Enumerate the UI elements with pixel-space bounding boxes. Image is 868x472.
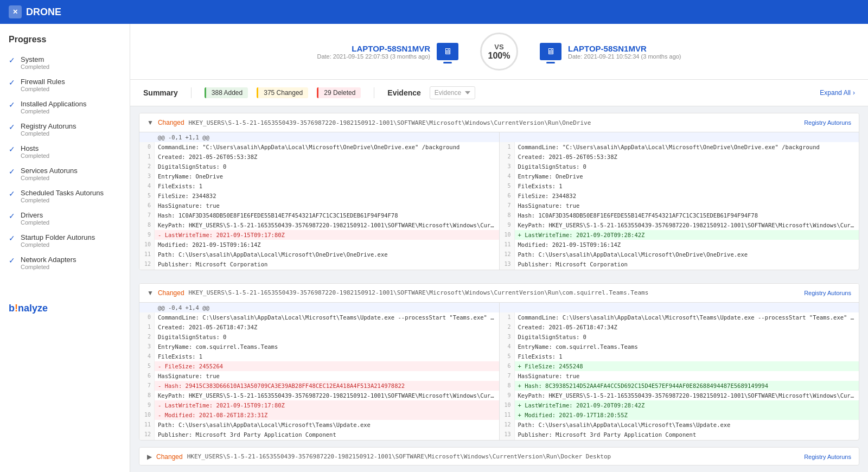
sidebar-item-name-1: Firewall Rules	[21, 78, 65, 86]
diff-line: 5 FileSize: 2344832	[139, 191, 499, 201]
diff-line: 8 + Hash: 8C39385214D52AA4FA4CC5D692C15D…	[500, 381, 859, 391]
line-num: 8	[139, 391, 155, 400]
line-content: HasSignature: true	[515, 371, 859, 381]
diff2-toggle[interactable]: ▼	[147, 289, 154, 297]
sidebar-items: ✓ System Completed ✓ Firewall Rules Comp…	[9, 55, 121, 270]
diff-line: 1 CommandLine: C:\Users\asalih\AppData\L…	[500, 312, 859, 322]
diff-line: 13 Publisher: Microsoft Corporation	[500, 259, 859, 269]
sidebar-item-installed-applications[interactable]: ✓ Installed Applications Completed	[9, 100, 121, 114]
line-content: - Modified: 2021-08-26T18:23:31Z	[155, 410, 499, 420]
diff-line: 1 CommandLine: "C:\Users\asalih\AppData\…	[500, 142, 859, 152]
sidebar-item-hosts[interactable]: ✓ Hosts Completed	[9, 144, 121, 159]
sidebar-item-text-0: System Completed	[21, 55, 49, 70]
sidebar-item-startup-folder-autoruns[interactable]: ✓ Startup Folder Autoruns Completed	[9, 233, 121, 248]
sidebar-item-text-4: Hosts Completed	[21, 144, 49, 159]
diff-line: 3 DigitalSignStatus: 0	[500, 162, 859, 171]
line-content: + FileSize: 2455248	[515, 361, 859, 371]
diff-line: 7 HasSignature: true	[500, 201, 859, 211]
line-num: 14	[500, 439, 515, 441]
sidebar-item-name-5: Services Autoruns	[21, 167, 78, 175]
sidebar-item-text-3: Registry Autoruns Completed	[21, 122, 76, 137]
diff-line: 6 HasSignature: true	[139, 201, 499, 211]
sidebar-item-text-9: Network Adapters Completed	[21, 256, 76, 270]
line-num: 12	[500, 250, 515, 259]
line-num: 11	[139, 250, 155, 259]
diff-line: @@ -0,1 +1,1 @@	[139, 132, 499, 142]
line-num: 6	[500, 361, 515, 371]
line-num: 11	[139, 420, 155, 430]
line-content: + LastWriteTime: 2021-09-20T09:28:42Z	[515, 230, 859, 240]
line-num: 13	[500, 430, 515, 439]
sidebar-item-status-8: Completed	[21, 241, 95, 248]
diff-line: 9 - LastWriteTime: 2021-09-15T09:17:80Z	[139, 230, 499, 240]
expand-all-button[interactable]: Expand All ›	[820, 89, 855, 97]
diff-line: 9 KeyPath: HKEY_USERS\S-1-5-21-165355043…	[500, 391, 859, 400]
diff-line: 12 Path: C:\Users\asalih\AppData\Local\M…	[500, 250, 859, 259]
sidebar-item-services-autoruns[interactable]: ✓ Services Autoruns Completed	[9, 167, 121, 181]
diff-line: 4 FileExists: 1	[139, 352, 499, 361]
diff1-toggle[interactable]: ▼	[147, 119, 154, 126]
diff-line: 10 + LastWriteTime: 2021-09-20T09:28:42Z	[500, 230, 859, 240]
line-content: FileExists: 1	[515, 181, 859, 191]
diff-line: 14 SignatureVerified: true	[500, 439, 859, 441]
line-content: + Hash: 8C39385214D52AA4FA4CC5D692C15D4E…	[515, 381, 859, 391]
diff3-toggle[interactable]: ▶	[147, 453, 152, 461]
line-num: 5	[139, 191, 155, 201]
sidebar-item-system[interactable]: ✓ System Completed	[9, 55, 121, 70]
summary-bar: Summary 388 Added 375 Changed 29 Deleted…	[130, 80, 868, 106]
sidebar: Progress ✓ System Completed ✓ Firewall R…	[0, 24, 130, 472]
line-num: 2	[139, 162, 155, 171]
diff2-right: 1 CommandLine: C:\Users\asalih\AppData\L…	[500, 303, 859, 441]
line-content: Publisher: Microsoft Corporation	[155, 259, 499, 269]
diff-section-2: ▼ Changed HKEY_USERS\S-1-5-21-1653550439…	[139, 283, 859, 441]
vs-percent: 100%	[488, 51, 510, 61]
line-num: 3	[500, 332, 515, 342]
diff-line: 6 FileSize: 2344832	[500, 191, 859, 201]
diff-line: 12 Publisher: Microsoft Corporation	[139, 259, 499, 269]
diff-section-1: ▼ Changed HKEY_USERS\S-1-5-21-1653550439…	[139, 113, 859, 270]
line-num: 7	[500, 201, 515, 211]
check-icon-7: ✓	[9, 212, 15, 220]
line-num: 4	[139, 181, 155, 191]
sidebar-item-registry-autoruns[interactable]: ✓ Registry Autoruns Completed	[9, 122, 121, 137]
line-content: Hash: 1C0AF3D3548DB50E8F1E6FEDE55B14E7F4…	[515, 211, 859, 220]
diff1-tag: Registry Autoruns	[804, 119, 851, 126]
sidebar-item-firewall-rules[interactable]: ✓ Firewall Rules Completed	[9, 78, 121, 92]
line-num: 6	[500, 191, 515, 201]
left-machine-name: LAPTOP-58SN1MVR	[317, 44, 430, 53]
line-num: 3	[139, 342, 155, 352]
sidebar-item-name-8: Startup Folder Autoruns	[21, 233, 95, 241]
line-content: - Hash: 29415C383D66610A13A50709CA3E39AB…	[155, 381, 499, 391]
evidence-select[interactable]: Evidence	[430, 86, 475, 99]
diff-line: 6 HasSignature: true	[139, 371, 499, 381]
diff-line: 2 DigitalSignStatus: 0	[139, 162, 499, 171]
diff-line: 0 CommandLine: "C:\Users\asalih\AppData\…	[139, 142, 499, 152]
expand-all-icon: ›	[853, 89, 855, 97]
sidebar-item-status-5: Completed	[21, 175, 78, 181]
diff-line: 3 EntryName: OneDrive	[139, 171, 499, 181]
sidebar-item-drivers[interactable]: ✓ Drivers Completed	[9, 211, 121, 226]
check-icon-2: ✓	[9, 100, 15, 109]
sidebar-item-status-9: Completed	[21, 264, 76, 270]
sidebar-item-scheduled-tasks-autoruns[interactable]: ✓ Scheduled Tasks Autoruns Completed	[9, 189, 121, 203]
sidebar-item-name-4: Hosts	[21, 144, 49, 152]
line-num: 0	[139, 142, 155, 152]
line-content: Created: 2021-05-26T18:47:34Z	[155, 322, 499, 332]
line-content: CommandLine: C:\Users\asalih\AppData\Loc…	[155, 312, 499, 322]
evidence-title: Evidence	[387, 88, 420, 97]
line-num: 10	[139, 240, 155, 250]
line-num: 1	[139, 322, 155, 332]
line-content: - FileSize: 2455264	[155, 361, 499, 371]
diff3-tag: Registry Autoruns	[804, 454, 851, 460]
right-machine-name: LAPTOP-58SN1MVR	[568, 44, 681, 53]
left-monitor-icon: 🖥	[437, 43, 458, 60]
line-content: DigitalSignStatus: 0	[155, 162, 499, 171]
line-content: Publisher: Microsoft Corporation	[515, 259, 859, 269]
logo-icon: ✕	[9, 5, 22, 18]
line-content: @@ -0,1 +1,1 @@	[155, 132, 499, 142]
diff-line: 4 EntryName: com.squirrel.Teams.Teams	[500, 342, 859, 352]
right-monitor-icon: 🖥	[540, 43, 561, 60]
diff-line: 14 SignatureVerified: true	[500, 269, 859, 270]
line-num: 11	[500, 410, 515, 420]
sidebar-item-network-adapters[interactable]: ✓ Network Adapters Completed	[9, 256, 121, 270]
